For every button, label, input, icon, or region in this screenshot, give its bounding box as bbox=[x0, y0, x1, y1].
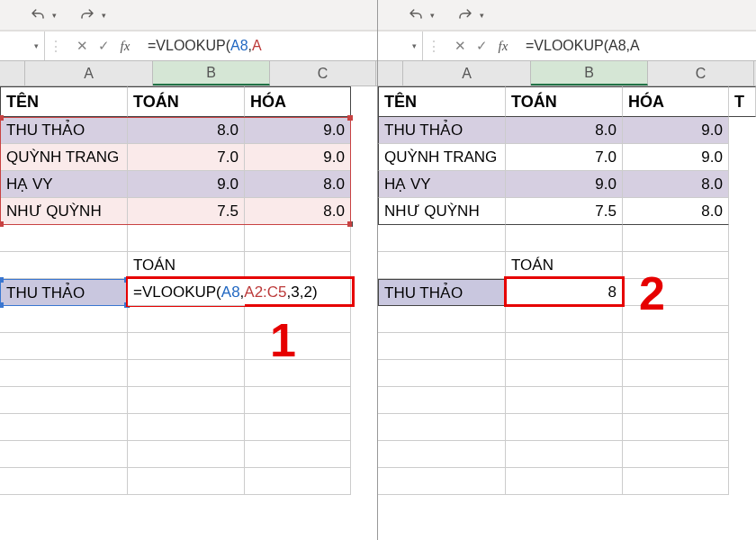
cell-c4[interactable]: 8.0 bbox=[623, 171, 729, 198]
empty-cell[interactable] bbox=[128, 441, 245, 468]
header-extra[interactable]: T bbox=[729, 86, 756, 117]
cell-a6[interactable] bbox=[378, 225, 506, 252]
empty-cell[interactable] bbox=[623, 414, 729, 441]
empty-cell[interactable] bbox=[623, 333, 729, 360]
cell-a7[interactable] bbox=[0, 252, 128, 279]
select-all-corner[interactable] bbox=[378, 61, 403, 86]
empty-cell[interactable] bbox=[623, 360, 729, 387]
redo-button[interactable] bbox=[76, 4, 98, 26]
cell-a4[interactable]: HẠ VY bbox=[0, 171, 128, 198]
cell-b4[interactable]: 9.0 bbox=[506, 171, 623, 198]
cell-c2[interactable]: 9.0 bbox=[623, 117, 729, 144]
empty-cell[interactable] bbox=[506, 441, 623, 468]
empty-cell[interactable] bbox=[623, 441, 729, 468]
insert-function-button[interactable]: fx bbox=[115, 36, 135, 56]
empty-cell[interactable] bbox=[378, 414, 506, 441]
cell-c5[interactable]: 8.0 bbox=[245, 198, 351, 225]
cell-b2[interactable]: 8.0 bbox=[506, 117, 623, 144]
formula-bar-input[interactable]: =VLOOKUP(A8,A bbox=[140, 38, 377, 54]
worksheet-grid[interactable]: TÊN TOÁN HÓA T THU THẢO 8.0 9.0 QUỲNH TR… bbox=[378, 86, 756, 540]
cell-c6[interactable] bbox=[245, 225, 351, 252]
empty-cell[interactable] bbox=[128, 414, 245, 441]
empty-cell[interactable] bbox=[128, 360, 245, 387]
empty-cell[interactable] bbox=[0, 360, 128, 387]
cell-c4[interactable]: 8.0 bbox=[245, 171, 351, 198]
cell-c5[interactable]: 8.0 bbox=[623, 198, 729, 225]
formula-bar-input[interactable]: =VLOOKUP(A8,A bbox=[518, 38, 756, 54]
cell-a4[interactable]: HẠ VY bbox=[378, 171, 506, 198]
empty-cell[interactable] bbox=[506, 306, 623, 333]
cell-c2[interactable]: 9.0 bbox=[245, 117, 351, 144]
cell-a5[interactable]: NHƯ QUỲNH bbox=[378, 198, 506, 225]
empty-cell[interactable] bbox=[245, 387, 351, 414]
col-header-c[interactable]: C bbox=[648, 61, 754, 86]
redo-button[interactable] bbox=[454, 4, 476, 26]
empty-cell[interactable] bbox=[506, 468, 623, 495]
empty-cell[interactable] bbox=[128, 387, 245, 414]
header-math[interactable]: TOÁN bbox=[506, 86, 623, 117]
col-header-c[interactable]: C bbox=[270, 61, 376, 86]
cancel-formula-button[interactable]: ✕ bbox=[450, 36, 470, 56]
header-chem[interactable]: HÓA bbox=[623, 86, 729, 117]
empty-cell[interactable] bbox=[245, 414, 351, 441]
name-box[interactable]: ▾ bbox=[378, 32, 423, 60]
cell-b6[interactable] bbox=[128, 225, 245, 252]
header-math[interactable]: TOÁN bbox=[128, 86, 245, 117]
empty-cell[interactable] bbox=[0, 468, 128, 495]
cell-b5[interactable]: 7.5 bbox=[128, 198, 245, 225]
cell-b8-result[interactable]: 8 bbox=[506, 279, 623, 306]
empty-cell[interactable] bbox=[128, 306, 245, 333]
cell-b7[interactable]: TOÁN bbox=[128, 252, 245, 279]
cell-a5[interactable]: NHƯ QUỲNH bbox=[0, 198, 128, 225]
empty-cell[interactable] bbox=[0, 333, 128, 360]
cell-a2[interactable]: THU THẢO bbox=[378, 117, 506, 144]
header-name[interactable]: TÊN bbox=[378, 86, 506, 117]
cell-b2[interactable]: 8.0 bbox=[128, 117, 245, 144]
cell-b6[interactable] bbox=[506, 225, 623, 252]
cell-b8-formula[interactable]: =VLOOKUP(A8,A2:C5,3,2) bbox=[128, 279, 245, 306]
confirm-formula-button[interactable]: ✓ bbox=[94, 36, 113, 56]
undo-button[interactable] bbox=[27, 4, 49, 26]
cell-a7[interactable] bbox=[378, 252, 506, 279]
cell-c3[interactable]: 9.0 bbox=[623, 144, 729, 171]
empty-cell[interactable] bbox=[506, 360, 623, 387]
cell-b3[interactable]: 7.0 bbox=[128, 144, 245, 171]
empty-cell[interactable] bbox=[245, 468, 351, 495]
undo-button[interactable] bbox=[405, 4, 427, 26]
empty-cell[interactable] bbox=[128, 468, 245, 495]
empty-cell[interactable] bbox=[128, 333, 245, 360]
cell-b3[interactable]: 7.0 bbox=[506, 144, 623, 171]
empty-cell[interactable] bbox=[378, 333, 506, 360]
header-chem[interactable]: HÓA bbox=[245, 86, 351, 117]
empty-cell[interactable] bbox=[245, 306, 351, 333]
cell-a2[interactable]: THU THẢO bbox=[0, 117, 128, 144]
empty-cell[interactable] bbox=[623, 468, 729, 495]
empty-cell[interactable] bbox=[245, 333, 351, 360]
cell-b7[interactable]: TOÁN bbox=[506, 252, 623, 279]
cell-a8[interactable]: THU THẢO bbox=[378, 279, 506, 306]
confirm-formula-button[interactable]: ✓ bbox=[472, 36, 491, 56]
cell-c7[interactable] bbox=[245, 252, 351, 279]
col-header-a[interactable]: A bbox=[403, 61, 531, 86]
empty-cell[interactable] bbox=[245, 360, 351, 387]
empty-cell[interactable] bbox=[623, 387, 729, 414]
worksheet-grid[interactable]: TÊN TOÁN HÓA THU THẢO 8.0 9.0 QUỲNH TRAN… bbox=[0, 86, 377, 540]
cell-b4[interactable]: 9.0 bbox=[128, 171, 245, 198]
empty-cell[interactable] bbox=[245, 441, 351, 468]
cancel-formula-button[interactable]: ✕ bbox=[72, 36, 92, 56]
empty-cell[interactable] bbox=[378, 387, 506, 414]
col-header-a[interactable]: A bbox=[25, 61, 153, 86]
header-name[interactable]: TÊN bbox=[0, 86, 128, 117]
empty-cell[interactable] bbox=[378, 468, 506, 495]
cell-a6[interactable] bbox=[0, 225, 128, 252]
empty-cell[interactable] bbox=[506, 333, 623, 360]
select-all-corner[interactable] bbox=[0, 61, 25, 86]
cell-c3[interactable]: 9.0 bbox=[245, 144, 351, 171]
name-box[interactable]: ▾ bbox=[0, 32, 45, 60]
cell-a3[interactable]: QUỲNH TRANG bbox=[378, 144, 506, 171]
empty-cell[interactable] bbox=[506, 414, 623, 441]
col-header-b[interactable]: B bbox=[531, 61, 648, 86]
col-header-b[interactable]: B bbox=[153, 61, 270, 86]
cell-a8[interactable]: THU THẢO bbox=[0, 279, 128, 306]
insert-function-button[interactable]: fx bbox=[493, 36, 513, 56]
